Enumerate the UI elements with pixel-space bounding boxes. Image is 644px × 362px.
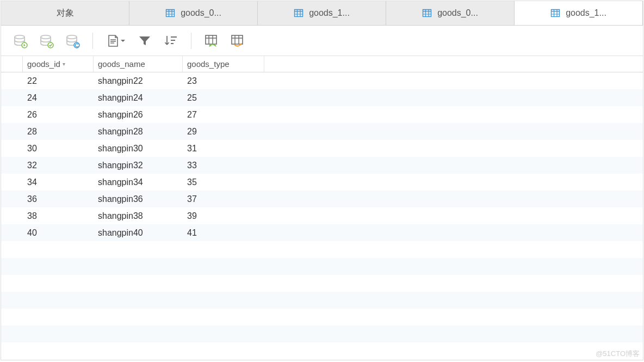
run-query-button[interactable] bbox=[9, 29, 32, 52]
table-row[interactable]: 38shangpin3839 bbox=[1, 207, 643, 224]
svg-rect-1 bbox=[166, 10, 175, 12]
filter-icon bbox=[138, 34, 152, 48]
cell-goods_id: 30 bbox=[23, 144, 94, 154]
table-row[interactable]: 30shangpin3031 bbox=[1, 140, 643, 157]
svg-rect-14 bbox=[206, 35, 216, 44]
blank-row bbox=[1, 292, 643, 309]
export-button[interactable] bbox=[226, 29, 249, 52]
cell-goods_id: 36 bbox=[23, 194, 94, 204]
tab-label: goods_0... bbox=[437, 8, 478, 18]
sort-icon bbox=[163, 34, 178, 48]
table-icon bbox=[422, 8, 432, 18]
import-icon bbox=[204, 34, 219, 48]
tab[interactable]: goods_1... bbox=[515, 1, 643, 25]
cell-goods_name: shangpin28 bbox=[94, 127, 183, 137]
tab-label: goods_1... bbox=[309, 8, 350, 18]
table-row[interactable]: 28shangpin2829 bbox=[1, 123, 643, 140]
run-query-icon bbox=[13, 33, 28, 48]
column-header-goods-name[interactable]: goods_name bbox=[94, 56, 183, 72]
cell-goods_id: 26 bbox=[23, 110, 94, 120]
column-label: goods_type bbox=[187, 59, 230, 69]
row-number-gutter bbox=[1, 56, 23, 72]
table-icon bbox=[550, 8, 560, 18]
sort-button[interactable] bbox=[159, 29, 182, 52]
cell-goods_type: 29 bbox=[183, 127, 264, 137]
column-header-goods-id[interactable]: goods_id ▾ bbox=[23, 56, 94, 72]
table-header: goods_id ▾ goods_name goods_type bbox=[1, 56, 643, 72]
tab-bar: 对象goods_0...goods_1...goods_0...goods_1.… bbox=[1, 1, 643, 26]
table-row[interactable]: 36shangpin3637 bbox=[1, 191, 643, 207]
sort-indicator-desc-icon: ▾ bbox=[63, 61, 65, 67]
filter-button[interactable] bbox=[133, 29, 156, 52]
cell-goods_name: shangpin22 bbox=[94, 76, 183, 86]
commit-button[interactable] bbox=[35, 29, 58, 52]
cell-goods_type: 33 bbox=[183, 161, 264, 170]
blank-row bbox=[1, 258, 643, 275]
cell-goods_name: shangpin30 bbox=[94, 144, 183, 154]
svg-point-10 bbox=[41, 35, 51, 38]
cell-goods_type: 39 bbox=[183, 211, 264, 221]
cell-goods_name: shangpin32 bbox=[94, 161, 183, 170]
cell-goods_name: shangpin26 bbox=[94, 110, 183, 120]
svg-point-8 bbox=[15, 35, 24, 38]
tab[interactable]: goods_0... bbox=[386, 1, 515, 25]
cell-goods_type: 37 bbox=[183, 194, 264, 204]
blank-row bbox=[1, 309, 643, 326]
tab[interactable]: goods_1... bbox=[258, 1, 386, 25]
cell-goods_type: 31 bbox=[183, 144, 264, 154]
column-header-goods-type[interactable]: goods_type bbox=[183, 56, 264, 72]
cell-goods_name: shangpin38 bbox=[94, 211, 183, 221]
cell-goods_name: shangpin34 bbox=[94, 177, 183, 187]
cell-goods_type: 41 bbox=[183, 228, 264, 238]
blank-row bbox=[1, 326, 643, 342]
cell-goods_type: 27 bbox=[183, 110, 264, 120]
cell-goods_id: 22 bbox=[23, 76, 94, 86]
blank-row bbox=[1, 275, 643, 292]
cell-goods_type: 23 bbox=[183, 76, 264, 86]
cell-goods_name: shangpin40 bbox=[94, 228, 183, 238]
tab-label: goods_1... bbox=[566, 8, 606, 18]
svg-rect-5 bbox=[423, 10, 431, 12]
cell-goods_name: shangpin36 bbox=[94, 194, 183, 204]
text-view-button[interactable] bbox=[102, 29, 130, 52]
cell-goods_type: 25 bbox=[183, 93, 264, 103]
svg-rect-7 bbox=[552, 10, 560, 12]
table-row[interactable]: 26shangpin2627 bbox=[1, 106, 643, 123]
svg-rect-15 bbox=[232, 35, 243, 44]
cell-goods_id: 24 bbox=[23, 93, 94, 103]
table-row[interactable]: 40shangpin4041 bbox=[1, 224, 643, 241]
chevron-down-icon bbox=[120, 38, 126, 44]
toolbar-separator bbox=[191, 33, 191, 49]
cell-goods_type: 35 bbox=[183, 177, 264, 187]
tab[interactable]: 对象 bbox=[1, 1, 129, 25]
commit-icon bbox=[39, 33, 54, 48]
cell-goods_id: 38 bbox=[23, 211, 94, 221]
text-view-icon bbox=[106, 34, 120, 48]
cell-goods_id: 40 bbox=[23, 228, 94, 238]
table-row[interactable]: 32shangpin3233 bbox=[1, 157, 643, 174]
refresh-db-icon bbox=[65, 33, 80, 48]
svg-rect-3 bbox=[295, 10, 303, 12]
toolbar bbox=[1, 26, 643, 56]
svg-point-12 bbox=[67, 35, 77, 38]
table-icon bbox=[294, 8, 304, 18]
tab[interactable]: goods_0... bbox=[129, 1, 258, 25]
blank-row bbox=[1, 241, 643, 258]
toolbar-separator bbox=[92, 33, 93, 49]
column-label: goods_id bbox=[27, 59, 60, 69]
cell-goods_id: 34 bbox=[23, 177, 94, 187]
table-body: 22shangpin222324shangpin242526shangpin26… bbox=[1, 72, 643, 342]
column-label: goods_name bbox=[98, 59, 145, 69]
table-row[interactable]: 24shangpin2425 bbox=[1, 89, 643, 106]
table-row[interactable]: 22shangpin2223 bbox=[1, 72, 643, 89]
cell-goods_name: shangpin24 bbox=[94, 93, 183, 103]
cell-goods_id: 28 bbox=[23, 127, 94, 137]
cell-goods_id: 32 bbox=[23, 161, 94, 170]
import-button[interactable] bbox=[200, 29, 223, 52]
tab-label: 对象 bbox=[57, 8, 74, 19]
table-icon bbox=[165, 8, 175, 18]
table-row[interactable]: 34shangpin3435 bbox=[1, 174, 643, 191]
refresh-db-button[interactable] bbox=[61, 29, 84, 52]
export-icon bbox=[230, 34, 245, 48]
tab-label: goods_0... bbox=[181, 8, 221, 18]
